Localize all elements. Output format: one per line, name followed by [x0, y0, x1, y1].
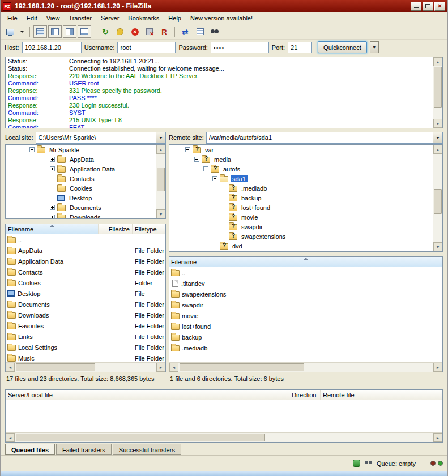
file-row[interactable]: DownloadsFile Folder — [6, 310, 165, 320]
toggle-remote-tree-icon[interactable] — [63, 25, 76, 38]
file-row[interactable]: swapextensions — [169, 289, 442, 299]
scroll-up-icon[interactable]: ▲ — [433, 145, 442, 154]
file-row[interactable]: MusicFile Folder — [6, 353, 165, 362]
menu-help[interactable]: Help — [164, 13, 186, 23]
tree-item[interactable]: media — [169, 155, 432, 164]
collapse-expander-icon[interactable] — [194, 157, 199, 162]
tree-item[interactable]: Contacts — [6, 174, 155, 183]
column-header-filesize[interactable]: Filesize — [99, 224, 133, 234]
menu-file[interactable]: File — [3, 13, 22, 23]
directory-listing-icon[interactable] — [193, 25, 207, 38]
column-header-server-local-file[interactable]: Server/Local file — [6, 390, 289, 400]
quickconnect-button[interactable]: Quickconnect — [318, 41, 367, 53]
scrollbar-thumb[interactable] — [157, 168, 165, 191]
local-site-combobox[interactable]: ▼ — [36, 132, 166, 144]
tree-item[interactable]: Cookies — [6, 183, 155, 193]
combo-dropdown-icon[interactable]: ▼ — [433, 132, 442, 143]
toggle-message-log-icon[interactable] — [33, 25, 47, 38]
menu-view[interactable]: View — [42, 13, 65, 23]
column-header-remote-file[interactable]: Remote file — [321, 390, 442, 400]
site-manager-icon[interactable] — [3, 25, 17, 38]
scroll-left-icon[interactable]: ◄ — [169, 363, 178, 372]
tree-item[interactable]: lost+found — [169, 203, 432, 212]
quickconnect-dropdown-icon[interactable]: ▼ — [370, 41, 379, 53]
scroll-right-icon[interactable]: ► — [156, 363, 165, 372]
file-row[interactable]: ContactsFile Folder — [6, 267, 165, 277]
scroll-down-icon[interactable]: ▼ — [156, 209, 165, 218]
tree-item[interactable]: movie — [169, 212, 432, 222]
host-input[interactable] — [22, 42, 82, 53]
toggle-queue-icon[interactable] — [78, 25, 91, 38]
find-files-icon[interactable] — [208, 25, 221, 38]
tree-item[interactable]: Desktop — [6, 193, 155, 203]
file-row[interactable]: Application DataFile Folder — [6, 256, 165, 267]
local-tree-vertical-scrollbar[interactable]: ▲ ▼ — [156, 145, 165, 218]
scrollbar-thumb[interactable] — [180, 363, 304, 371]
collapse-expander-icon[interactable] — [185, 147, 190, 152]
collapse-expander-icon[interactable] — [203, 166, 208, 171]
file-row[interactable]: DocumentsFile Folder — [6, 299, 165, 310]
scroll-right-icon[interactable]: ► — [433, 363, 442, 372]
tree-item[interactable]: swapextensions — [169, 231, 432, 241]
username-input[interactable] — [117, 42, 176, 53]
tree-item[interactable]: Mr Sparkle — [6, 145, 155, 155]
minimize-button[interactable] — [411, 2, 421, 11]
title-bar[interactable]: FZ 192.168.1.20 - root@192.168.1.20 - Fi… — [1, 0, 447, 12]
process-queue-icon[interactable] — [113, 25, 127, 38]
local-pane-splitter[interactable] — [5, 219, 166, 224]
scroll-left-icon[interactable]: ◄ — [6, 363, 15, 372]
file-row[interactable]: DesktopFile — [6, 288, 165, 299]
file-row[interactable]: LinksFile Folder — [6, 331, 165, 342]
collapse-expander-icon[interactable] — [212, 176, 217, 181]
menu-transfer[interactable]: Transfer — [64, 13, 96, 23]
file-row[interactable]: lost+found — [169, 321, 442, 332]
scrollbar-thumb[interactable] — [434, 67, 442, 108]
tab-queued-files[interactable]: Queued files — [5, 444, 55, 455]
expand-expander-icon[interactable] — [50, 215, 55, 218]
filter-icon[interactable] — [365, 461, 372, 466]
expand-expander-icon[interactable] — [50, 205, 55, 210]
file-row[interactable]: AppDataFile Folder — [6, 245, 165, 256]
combo-dropdown-icon[interactable]: ▼ — [156, 132, 165, 143]
file-row[interactable]: swapdir — [169, 299, 442, 310]
queue-horizontal-scrollbar[interactable]: ◄ ► — [6, 432, 442, 442]
file-row[interactable]: FavoritesFile Folder — [6, 320, 165, 331]
column-header-filetype[interactable]: Filetype — [133, 224, 165, 234]
tree-item[interactable]: sda1 — [169, 174, 432, 183]
column-header-filename[interactable]: Filename — [6, 224, 99, 234]
remote-site-path-input[interactable] — [207, 132, 433, 143]
tree-item[interactable]: Documents — [6, 203, 155, 212]
file-row[interactable]: movie — [169, 310, 442, 321]
tab-failed-transfers[interactable]: Failed transfers — [56, 444, 112, 455]
cancel-icon[interactable]: ✕ — [128, 25, 142, 38]
tree-item[interactable]: Application Data — [6, 164, 155, 174]
scroll-up-icon[interactable]: ▲ — [156, 145, 165, 154]
remote-site-combobox[interactable]: ▼ — [206, 132, 443, 144]
close-button[interactable]: ✕ — [434, 2, 445, 11]
site-manager-dropdown-icon[interactable] — [18, 25, 26, 38]
tree-item[interactable]: Downloads — [6, 212, 155, 218]
scrollbar-thumb[interactable] — [434, 189, 442, 214]
expand-expander-icon[interactable] — [50, 166, 55, 171]
scrollbar-thumb[interactable] — [16, 434, 265, 441]
tab-successful-transfers[interactable]: Successful transfers — [113, 444, 181, 455]
local-list-horizontal-scrollbar[interactable]: ◄ ► — [6, 362, 165, 372]
reconnect-icon[interactable]: R — [157, 25, 171, 38]
collapse-expander-icon[interactable] — [29, 147, 35, 152]
scroll-right-icon[interactable]: ► — [433, 433, 442, 442]
scrollbar-thumb[interactable] — [16, 363, 95, 371]
refresh-icon[interactable]: ↻ — [99, 25, 112, 38]
tree-item[interactable]: autofs — [169, 164, 432, 174]
scroll-down-icon[interactable]: ▼ — [433, 242, 442, 251]
file-row[interactable]: .titandev — [169, 278, 442, 289]
remote-list-horizontal-scrollbar[interactable]: ◄ ► — [169, 362, 442, 372]
menu-new-version-notice[interactable]: New version available! — [186, 13, 257, 23]
scroll-left-icon[interactable]: ◄ — [6, 433, 15, 442]
scroll-up-icon[interactable]: ▲ — [433, 57, 442, 66]
password-input[interactable] — [211, 42, 269, 53]
log-vertical-scrollbar[interactable]: ▲ ▼ — [433, 57, 442, 128]
file-row[interactable]: .. — [6, 234, 165, 245]
menu-server[interactable]: Server — [96, 13, 123, 23]
column-header-direction[interactable]: Direction — [289, 390, 321, 400]
directory-comparison-icon[interactable]: ⇄ — [178, 25, 192, 38]
